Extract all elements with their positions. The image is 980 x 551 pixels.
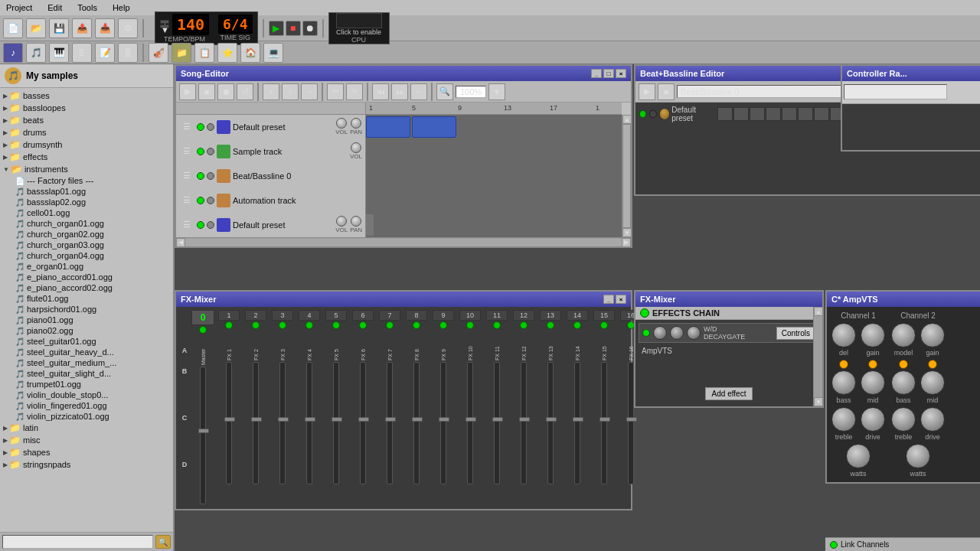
segment-1-2[interactable] [412, 116, 456, 138]
search-button[interactable]: 🔍 [155, 535, 171, 549]
ampvts-mid-knob[interactable] [861, 370, 885, 395]
ch10-thumb[interactable] [466, 417, 476, 422]
effects-scroll-down[interactable]: ▼ [814, 397, 823, 406]
beat-row-icon[interactable] [659, 108, 671, 120]
ampvts-ch2-mid-knob[interactable] [920, 370, 945, 395]
ch6-led[interactable] [359, 321, 367, 329]
master-fader[interactable] [200, 367, 206, 504]
beat-row-led2[interactable] [649, 110, 656, 118]
track-solo-2[interactable] [207, 148, 214, 155]
effect-led[interactable] [642, 329, 650, 337]
song-vert-scroll[interactable]: ▲ ▼ [622, 115, 631, 237]
ch8-thumb[interactable] [412, 417, 423, 422]
file-flute01[interactable]: 🎵 flute01.ogg [2, 293, 172, 304]
track-color-1[interactable] [217, 120, 230, 134]
folder-bassloopes[interactable]: ▶ 📁 bassloopes [2, 102, 172, 114]
ampvts-ch2-bass-led[interactable] [899, 360, 908, 369]
file-tree[interactable]: ▶ 📁 basses ▶ 📁 bassloopes ▶ 📁 beats ▶ 📁 … [0, 88, 173, 532]
close-button[interactable]: × [616, 69, 626, 78]
pan-knob-1[interactable] [351, 118, 361, 129]
menu-project[interactable]: Project [3, 2, 35, 13]
pan-knob-5[interactable] [351, 216, 361, 227]
menu-tools[interactable]: Tools [74, 2, 100, 13]
folder-shapes[interactable]: ▶ 📁 shapes [2, 446, 172, 458]
beat-play-btn[interactable]: ▶ [639, 83, 655, 100]
effects-scroll-up[interactable]: ▲ [814, 307, 823, 316]
ch12-thumb[interactable] [519, 417, 530, 422]
file-bassslap01[interactable]: 🎵 bassslap01.ogg [2, 186, 172, 197]
song-horiz-scroll[interactable]: ◀ ▶ [176, 237, 631, 246]
file-piano02[interactable]: 🎵 piano02.ogg [2, 325, 172, 336]
scroll-btn[interactable]: ↔ [410, 83, 427, 100]
ch2-thumb[interactable] [251, 417, 262, 422]
folder-stringsnpads[interactable]: ▶ 📁 stringsnpads [2, 458, 172, 471]
minimize-button[interactable]: _ [591, 69, 602, 78]
computer-btn[interactable]: 💻 [263, 43, 283, 63]
master-led[interactable] [199, 326, 207, 334]
record-song-btn[interactable]: ⏺ [217, 83, 234, 100]
ch9-led[interactable] [439, 321, 447, 329]
ch3-led[interactable] [279, 321, 286, 329]
ch7-fader[interactable] [387, 362, 393, 484]
beat-btn-1[interactable] [717, 107, 733, 121]
track-area-4[interactable] [366, 188, 631, 213]
project-notes-btn[interactable]: 📝 [95, 43, 115, 63]
file-eorgan01[interactable]: 🎵 e_organ01.ogg [2, 261, 172, 272]
folder-effects[interactable]: ▶ 📁 effects [2, 151, 172, 163]
new-button[interactable]: 📄 [3, 18, 23, 38]
ch5-led[interactable] [332, 321, 340, 329]
track-mute-5[interactable] [197, 221, 204, 229]
piano-roll-btn[interactable]: 🎹 [49, 43, 69, 63]
gate-knob[interactable] [687, 326, 701, 340]
file-violin-double[interactable]: 🎵 violin_double_stop0... [2, 390, 172, 400]
file-church02[interactable]: 🎵 church_organ02.ogg [2, 229, 172, 240]
track-menu-icon-2[interactable]: ☰ [179, 144, 194, 159]
ch5-thumb[interactable] [332, 417, 342, 422]
ampvts-ch1-mid-led[interactable] [868, 360, 877, 369]
vol-knob-2[interactable] [351, 142, 361, 153]
track-color-5[interactable] [217, 218, 230, 232]
prev-btn[interactable]: ⏮ [372, 83, 389, 100]
track-solo-4[interactable] [207, 197, 214, 204]
play-btn[interactable]: ▶ [269, 21, 284, 36]
ch9-thumb[interactable] [439, 417, 449, 422]
track-color-3[interactable] [217, 169, 230, 183]
ampvts-ch2-gain-knob[interactable] [920, 323, 945, 347]
stop-song-btn[interactable]: ■ [198, 83, 215, 100]
ampvts-drive-knob[interactable] [861, 407, 885, 432]
folder-basses[interactable]: ▶ 📁 basses [2, 90, 172, 102]
decay-knob[interactable] [670, 326, 684, 340]
master-thumb[interactable] [198, 429, 209, 433]
extra-button[interactable]: ⚙ [118, 18, 138, 38]
wd-knob[interactable] [653, 326, 667, 340]
ch13-led[interactable] [547, 321, 554, 329]
file-violin-pizzicato[interactable]: 🎵 violin_pizzicato01.ogg [2, 411, 172, 422]
controller-search-input[interactable] [844, 84, 947, 99]
ch11-fader[interactable] [494, 362, 500, 484]
ch14-led[interactable] [573, 321, 581, 329]
record-btn[interactable]: ⏺ [302, 21, 318, 36]
maximize-button[interactable]: □ [603, 69, 614, 78]
folder-latin[interactable]: ▶ 📁 latin [2, 422, 172, 434]
track-mute-3[interactable] [197, 172, 204, 180]
ch4-fader[interactable] [306, 362, 312, 484]
ampvts-ch2-mid-led[interactable] [928, 360, 937, 369]
ch10-fader[interactable] [467, 362, 473, 484]
ch13-thumb[interactable] [546, 417, 557, 422]
ampvts-ch2-treble-knob[interactable] [891, 407, 916, 432]
my-presets-btn[interactable]: ⭐ [217, 43, 237, 63]
track-menu-icon-4[interactable]: ☰ [179, 193, 194, 208]
ampvts-ch2-watts-knob[interactable] [906, 444, 930, 468]
track-menu-icon-3[interactable]: ☰ [179, 168, 194, 184]
scroll-up-btn[interactable]: ▲ [622, 115, 632, 124]
play-song-btn[interactable]: ▶ [179, 83, 196, 100]
link-channels-led[interactable] [830, 541, 838, 549]
ch15-thumb[interactable] [599, 417, 610, 422]
search-input[interactable] [2, 535, 153, 549]
beat-btn-2[interactable] [733, 107, 749, 121]
time-sig-display[interactable]: 6/4 [218, 15, 253, 34]
ch6-fader[interactable] [360, 362, 366, 484]
zoom-arrow-btn[interactable]: ▼ [488, 83, 505, 100]
file-trumpet01[interactable]: 🎵 trumpet01.ogg [2, 379, 172, 390]
file-church03[interactable]: 🎵 church_organ03.ogg [2, 240, 172, 250]
